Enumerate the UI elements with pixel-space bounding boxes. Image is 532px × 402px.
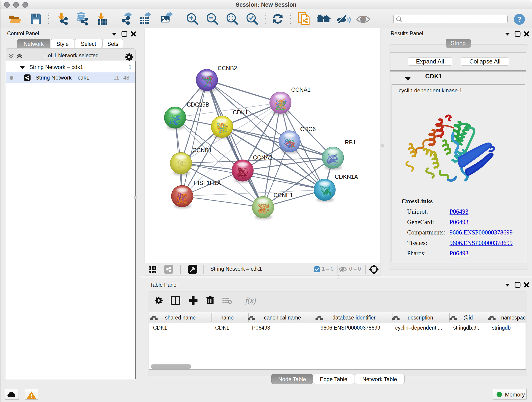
svg-text:HIST1H1A: HIST1H1A [194,180,221,186]
svg-text:@id: @id [463,315,473,321]
svg-text:name: name [220,315,234,321]
svg-text:CCNB1: CCNB1 [192,147,212,153]
svg-text:database identifier: database identifier [332,315,375,321]
svg-text:CDC25B: CDC25B [187,101,209,108]
svg-text:?: ? [517,15,522,23]
svg-text:f(x): f(x) [245,296,256,305]
svg-text:canonical name: canonical name [264,315,301,321]
svg-text:RB1: RB1 [345,139,356,146]
svg-text:namespace: namespace [501,315,526,321]
svg-text:description: description [408,315,433,321]
svg-text:CDKN1A: CDKN1A [335,173,358,180]
svg-text:CDK1: CDK1 [233,109,248,115]
svg-text:CCNA1: CCNA1 [291,86,311,93]
svg-text:CCNE1: CCNE1 [273,192,293,198]
svg-text:CCNA2: CCNA2 [253,154,272,161]
svg-text:CCNB2: CCNB2 [218,65,237,71]
svg-text:CDC6: CDC6 [300,126,316,132]
svg-text:shared name: shared name [165,315,196,321]
